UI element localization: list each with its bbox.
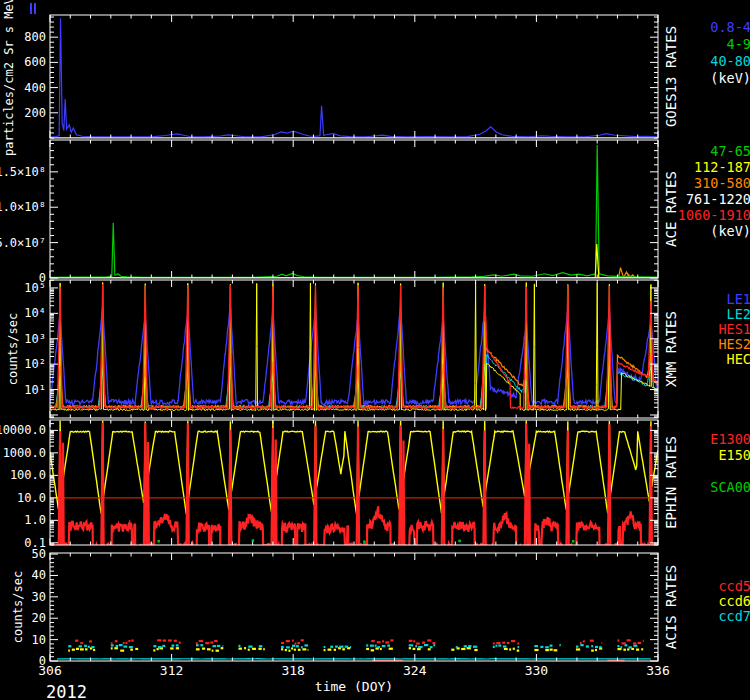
x-tick-label: 336 <box>646 663 669 678</box>
y-tick-label: 800 <box>24 30 46 44</box>
y-tick-label: 20 <box>32 611 46 625</box>
panel-right-label: XMM RATES <box>663 311 679 387</box>
y-tick-label: 100.0 <box>10 468 46 482</box>
y-tick-label: 10¹ <box>24 383 46 397</box>
y-tick-label: 1.5×10⁸ <box>0 165 46 179</box>
figure-root: 200400600800particles/cm2 Sr s MeVGOES13… <box>0 0 750 700</box>
panel-right-label: ACIS RATES <box>663 565 679 649</box>
legend-ccd7: ccd7 <box>718 608 750 624</box>
y-axis-title: particles/cm2 Sr s MeV <box>2 0 16 156</box>
series-SCA00 <box>458 540 461 543</box>
legend-HES1: HES1 <box>718 321 750 337</box>
series-SCA00 <box>363 540 366 543</box>
legend-0.8-4: 0.8-4 <box>710 19 750 35</box>
y-tick-label: 1.0×10⁸ <box>0 200 46 214</box>
legend-4-9: 4-9 <box>727 36 750 52</box>
legend-E150: E150 <box>718 447 750 463</box>
year-label: 2012 <box>46 682 87 700</box>
legend-LE2: LE2 <box>727 306 750 322</box>
y-tick-label: 30 <box>32 590 46 604</box>
panel-right-label: GOES13 RATES <box>663 26 679 127</box>
panel-right-label: EPHIN RATES <box>663 436 679 529</box>
y-tick-label: 10.0 <box>17 491 46 505</box>
y-tick-label: 200 <box>24 106 46 120</box>
legend-47-65: 47-65 <box>710 143 750 159</box>
legend-40-80: 40-80 <box>710 53 750 69</box>
y-tick-label: 1000.0 <box>3 446 46 460</box>
legend-ccd6: ccd6 <box>718 593 750 609</box>
y-axis-title: counts/sec <box>6 313 20 385</box>
y-tick-label: 10³ <box>24 332 46 346</box>
y-tick-label: 10⁴ <box>24 306 46 320</box>
y-tick-label: 10 <box>32 633 46 647</box>
stray-mark <box>30 3 32 14</box>
legend-E1300: E1300 <box>710 431 750 447</box>
y-tick-label: 400 <box>24 81 46 95</box>
y-tick-label: 10000.0 <box>0 423 46 437</box>
legend-761-1220: 761-1220 <box>686 191 750 207</box>
legend-(keV): (keV) <box>710 70 750 86</box>
y-tick-label: 0 <box>39 654 46 668</box>
y-tick-label: 50 <box>32 547 46 561</box>
legend-1060-1910: 1060-1910 <box>678 207 750 223</box>
y-tick-label: 600 <box>24 55 46 69</box>
legend-ccd5: ccd5 <box>718 578 750 594</box>
x-axis-label: time (DOY) <box>315 679 393 694</box>
legend-SCA00: SCA00 <box>710 479 750 495</box>
y-tick-label: 10⁵ <box>24 281 46 295</box>
x-tick-label: 324 <box>403 663 427 678</box>
series-SCA00 <box>572 540 575 543</box>
series-SCA00 <box>252 539 255 542</box>
y-tick-label: 10² <box>24 357 46 371</box>
y-tick-label: 5.0×10⁷ <box>0 236 46 250</box>
x-tick-label: 318 <box>281 663 304 678</box>
legend-310-580: 310-580 <box>694 175 750 191</box>
series-SCA00 <box>157 540 160 543</box>
y-axis-title: counts/sec <box>11 571 25 643</box>
legend-LE1: LE1 <box>727 291 750 307</box>
x-tick-label: 312 <box>160 663 183 678</box>
y-tick-label: 40 <box>32 568 46 582</box>
x-tick-label: 330 <box>525 663 548 678</box>
legend-HES2: HES2 <box>718 336 750 352</box>
y-tick-label: 1.0 <box>24 513 46 527</box>
legend-(keV): (keV) <box>710 223 750 239</box>
legend-HEC: HEC <box>727 351 750 367</box>
chart-figure: 200400600800particles/cm2 Sr s MeVGOES13… <box>0 0 750 700</box>
stray-mark <box>34 3 36 14</box>
legend-112-187: 112-187 <box>694 159 750 175</box>
panel-right-label: ACE RATES <box>663 171 679 247</box>
